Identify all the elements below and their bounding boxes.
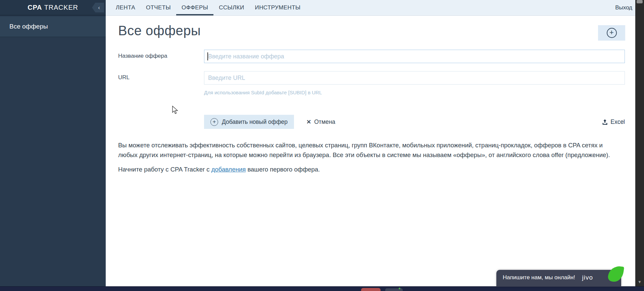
getting-started-text-after: вашего первого оффера. (246, 166, 320, 173)
circle-plus-icon: + (210, 118, 218, 126)
submit-offer-label: Добавить новый оффер (222, 118, 288, 126)
text-caret (207, 52, 208, 60)
subid-hint: Для использования SubId добавьте [SUBID]… (204, 90, 322, 95)
add-offer-link[interactable]: добавления (211, 166, 246, 173)
cancel-button[interactable]: ✕ Отмена (306, 115, 335, 129)
app-screen: CPA TRACKER ‹ Все офферы ЛЕНТА ОТЧЕТЫ ОФ… (0, 0, 644, 291)
sidebar-item-label: Все офферы (9, 23, 48, 30)
chat-message: Напишите нам, мы онлайн! (503, 274, 575, 281)
url-input[interactable] (204, 71, 625, 85)
circle-plus-icon: + (607, 28, 617, 38)
tab-ssylki[interactable]: ССЫЛКИ (213, 0, 249, 15)
app-logo-bold: CPA (28, 4, 42, 11)
offer-name-label: Название оффера (118, 53, 167, 59)
url-label: URL (118, 74, 130, 81)
top-navigation: ЛЕНТА ОТЧЕТЫ ОФФЕРЫ ССЫЛКИ ИНСТРУМЕНТЫ В… (106, 0, 635, 16)
sidebar-collapse-button[interactable]: ‹ (92, 3, 104, 12)
vertical-scrollbar[interactable]: ▼ (635, 0, 644, 286)
scrollbar-thumb[interactable] (637, 0, 643, 3)
close-icon: ✕ (306, 118, 311, 126)
getting-started-text-before: Начните работу с CPA Tracker с (118, 166, 211, 173)
excel-export-button[interactable]: Excel (602, 115, 625, 129)
plus-glyph: + (212, 119, 216, 125)
cancel-label: Отмена (314, 118, 335, 126)
logout-link[interactable]: Выход (615, 0, 635, 15)
jivo-logo: jivo (582, 274, 593, 281)
submit-offer-button[interactable]: + Добавить новый оффер (204, 115, 294, 129)
upload-icon (602, 119, 608, 125)
chevron-left-icon: ‹ (98, 4, 100, 11)
tab-otchety[interactable]: ОТЧЕТЫ (141, 0, 176, 15)
description-paragraph: Вы можете отслеживать эффективность собс… (118, 140, 621, 160)
offer-name-input[interactable] (204, 50, 625, 63)
taskbar-status-dot (399, 288, 400, 289)
sidebar: CPA TRACKER ‹ Все офферы (0, 0, 106, 286)
tab-instrumenty[interactable]: ИНСТРУМЕНТЫ (250, 0, 306, 15)
app-logo: CPA TRACKER (28, 4, 78, 11)
sidebar-item-all-offers[interactable]: Все офферы (0, 16, 106, 37)
taskbar-app-icon (361, 288, 381, 291)
nav-tabs: ЛЕНТА ОТЧЕТЫ ОФФЕРЫ ССЫЛКИ ИНСТРУМЕНТЫ (110, 0, 306, 15)
page-title: Все офферы (118, 23, 201, 38)
excel-label: Excel (610, 118, 625, 126)
main-content: Все офферы + Название оффера URL Для исп… (106, 16, 635, 286)
sidebar-header: CPA TRACKER ‹ (0, 0, 106, 16)
tab-lenta[interactable]: ЛЕНТА (110, 0, 141, 15)
plus-glyph: + (609, 29, 614, 36)
getting-started-paragraph: Начните работу с CPA Tracker с добавлени… (118, 164, 621, 174)
scroll-down-arrow-icon[interactable]: ▼ (635, 280, 644, 284)
tab-offery[interactable]: ОФФЕРЫ (176, 0, 213, 15)
add-offer-button[interactable]: + (598, 25, 625, 41)
chat-widget[interactable]: Напишите нам, мы онлайн! jivo (496, 270, 621, 287)
app-logo-rest: TRACKER (44, 4, 78, 11)
taskbar-edge (0, 286, 644, 291)
